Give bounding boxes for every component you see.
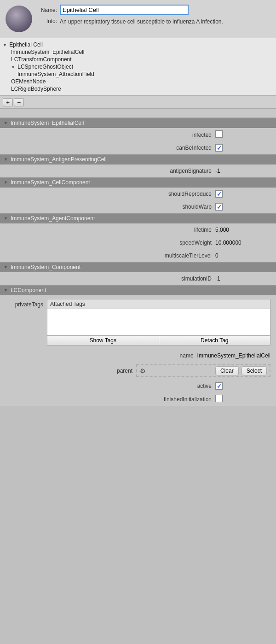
header-section: Name: Info: An upper respiratory tissue … [0,0,276,38]
attached-tags-box: Attached Tags [47,299,270,336]
field-multiscale-tier: multiscaleTierLevel 0 [0,249,276,262]
tree-item-lc-sphere[interactable]: LCSphereGhostObject [0,63,276,70]
info-text: An upper respiratory tissue cell suscept… [60,18,223,26]
component-header-agent: ImmuneSystem_AgentComponent [0,213,276,223]
private-tags-container: privateTags Attached Tags Show Tags Deta… [0,295,276,349]
can-be-infected-checkbox[interactable]: ✓ [215,144,223,152]
name-input[interactable] [60,5,189,15]
toolbar: + − [0,96,276,109]
field-antigen-signature: antigenSignature -1 [0,164,276,177]
collapse-icon-3[interactable] [4,180,8,185]
parent-label: parent [6,368,136,374]
tree-item-oe-mesh[interactable]: OEMeshNode [0,78,276,85]
header-fields: Name: Info: An upper respiratory tissue … [37,5,270,29]
active-checkbox[interactable]: ✓ [215,382,223,390]
field-name: name ImmuneSystem_EpithelialCell [0,349,276,362]
name-label: Name: [37,7,57,13]
info-row: Info: An upper respiratory tissue cell s… [37,18,270,26]
collapse-icon-6[interactable] [4,288,8,293]
component-body-lc: privateTags Attached Tags Show Tags Deta… [0,295,276,406]
field-active: active ✓ [0,380,276,392]
tags-buttons: Show Tags Detach Tag [47,336,270,345]
gear-icon: ⚙ [140,367,146,375]
tree-item-epithelial-cell[interactable]: Epithelial Cell [0,41,276,48]
field-should-reproduce: shouldReproduce ✓ [0,187,276,200]
tree-item-lc-transform[interactable]: LCTransformComponent [0,56,276,63]
cell-avatar [6,6,32,32]
clear-button[interactable]: Clear [215,366,239,375]
component-header-cell: ImmuneSystem_CellComponent [0,177,276,187]
info-label: Info: [37,18,57,24]
field-infected: infected [0,128,276,141]
field-parent: parent ⚙ Clear Select [0,362,276,380]
triangle-down-icon-2 [11,65,15,70]
field-lifetime: lifetime 5,000 [0,223,276,236]
component-header-lc: LCComponent [0,285,276,295]
component-header-immune: ImmuneSystem_Component [0,262,276,272]
component-body-immune: simulationID -1 [0,272,276,285]
tree-section: Epithelial Cell ImmuneSystem_EpithelialC… [0,38,276,96]
collapse-icon-4[interactable] [4,216,8,221]
show-tags-button[interactable]: Show Tags [47,336,159,345]
component-cell-component: ImmuneSystem_CellComponent shouldReprodu… [0,177,276,213]
component-lc-component: LCComponent privateTags Attached Tags Sh… [0,285,276,406]
should-warp-checkbox[interactable]: ✓ [215,203,223,211]
divider [0,109,276,118]
triangle-down-icon [3,43,7,47]
detach-tag-button[interactable]: Detach Tag [159,336,270,345]
finished-init-checkbox[interactable] [215,395,223,402]
parent-value-wrap: ⚙ Clear Select [136,364,270,377]
select-button[interactable]: Select [242,366,267,375]
component-body-antigen: antigenSignature -1 [0,164,276,177]
infected-checkbox[interactable] [215,130,223,138]
field-finished-init: finishedInitialization [0,392,276,406]
collapse-icon-5[interactable] [4,265,8,269]
component-header-immune-epithelial: ImmuneSystem_EpithelialCell [0,118,276,128]
should-reproduce-checkbox[interactable]: ✓ [215,190,223,198]
component-header-antigen: ImmuneSystem_AntigenPresentingCell [0,154,276,164]
component-agent-component: ImmuneSystem_AgentComponent lifetime 5,0… [0,213,276,262]
tree-item-immune-epithelial[interactable]: ImmuneSystem_EpithelialCell [0,48,276,56]
component-immune-component: ImmuneSystem_Component simulationID -1 [0,262,276,285]
attached-tags-header: Attached Tags [47,299,270,309]
component-body-agent: lifetime 5,000 speedWeight 10.000000 mul… [0,223,276,262]
field-should-warp: shouldWarp ✓ [0,200,276,213]
remove-button[interactable]: − [14,98,24,106]
component-immune-epithelial: ImmuneSystem_EpithelialCell infected can… [0,118,276,154]
name-row: Name: [37,5,270,15]
add-button[interactable]: + [3,98,13,106]
component-body-immune-epithelial: infected canBeInfected ✓ [0,128,276,154]
private-tags-label: privateTags [6,299,47,308]
field-can-be-infected: canBeInfected ✓ [0,141,276,154]
tree-item-attraction-field[interactable]: ImmuneSystem_AttractionField [0,70,276,78]
component-body-cell: shouldReproduce ✓ shouldWarp ✓ [0,187,276,213]
tree-item-lc-rigid[interactable]: LCRigidBodySphere [0,85,276,93]
field-speed-weight: speedWeight 10.000000 [0,236,276,249]
field-simulation-id: simulationID -1 [0,272,276,285]
collapse-icon[interactable] [4,121,8,125]
collapse-icon-2[interactable] [4,157,8,162]
component-antigen-presenting: ImmuneSystem_AntigenPresentingCell antig… [0,154,276,177]
